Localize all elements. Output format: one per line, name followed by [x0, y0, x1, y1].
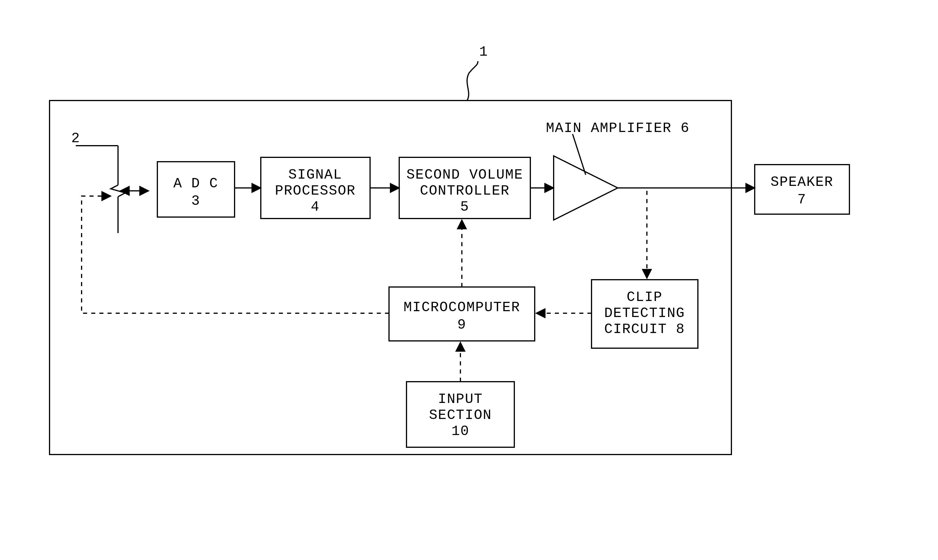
speaker-num: 7	[798, 192, 807, 208]
svc-num: 5	[460, 199, 469, 215]
clip-label1: CLIP	[626, 289, 662, 305]
microcomputer-label: MICROCOMPUTER	[404, 300, 520, 315]
first-volume-controller	[76, 146, 149, 233]
enclosure-box	[49, 100, 731, 454]
speaker-label: SPEAKER	[770, 174, 833, 190]
clip-label2: DETECTING	[604, 305, 685, 321]
input-section-label1: INPUT	[438, 391, 483, 407]
adc-num: 3	[191, 193, 200, 209]
signal-processor-num: 4	[311, 199, 320, 215]
adc-label: A D C	[174, 176, 218, 191]
clip-label3: CIRCUIT 8	[604, 322, 685, 337]
microcomputer-num: 9	[457, 317, 466, 333]
main-amplifier-triangle	[554, 156, 618, 220]
svc-label1: SECOND VOLUME	[406, 167, 523, 183]
input-section-label2: SECTION	[429, 407, 492, 423]
main-amplifier-label: MAIN AMPLIFIER 6	[546, 120, 690, 136]
reference-1-label: 1	[479, 44, 488, 60]
svc-label2: CONTROLLER	[420, 183, 510, 199]
signal-processor-label1: SIGNAL	[289, 167, 342, 183]
input-section-num: 10	[451, 423, 469, 439]
reference-1-leader	[467, 61, 478, 100]
signal-processor-label2: PROCESSOR	[275, 183, 355, 199]
first-volume-controller-label: 2	[71, 131, 80, 146]
